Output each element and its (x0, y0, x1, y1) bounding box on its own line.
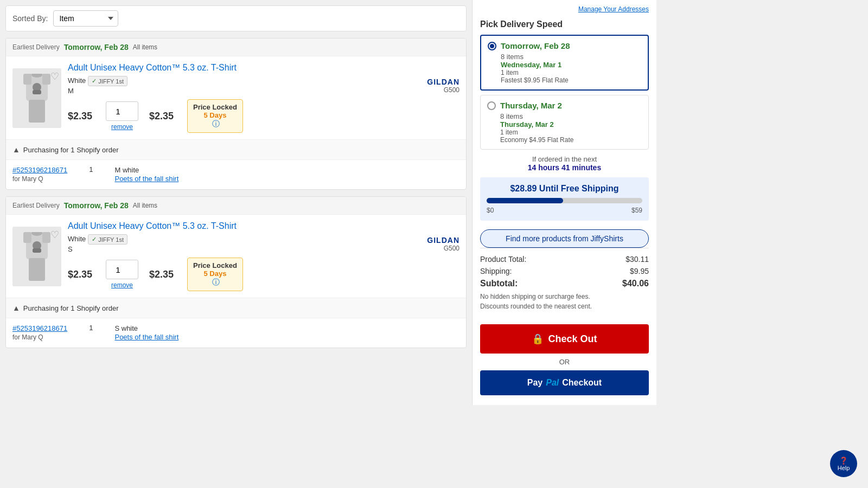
chevron-icon-2: ▲ (12, 304, 20, 312)
delivery-option-1[interactable]: Tomorrow, Feb 28 8 items Wednesday, Mar … (480, 35, 649, 91)
product-row-2: ♡ Adult Unisex Heavy Cotton™ 5.3 oz. T-S… (6, 215, 466, 298)
price-qty-row-1: $2.35 remove $2.35 Price Locked 5 Days ⓘ (68, 99, 459, 133)
product-meta-2: White ✓ JIFFY 1st S GILDAN G500 (68, 234, 459, 253)
price-locked-badge-2: Price Locked 5 Days ⓘ (187, 258, 243, 291)
color-size-1: White ✓ JIFFY 1st M (68, 76, 127, 95)
progress-track (487, 198, 642, 203)
unit-price-1: $2.35 (68, 111, 95, 122)
product-row-1: ♡ Adult Unisex Heavy Cotton™ 5.3 oz. T-S… (6, 56, 466, 139)
shipping-row: Shipping: $9.95 (480, 267, 649, 275)
product-meta-1: White ✓ JIFFY 1st M GILDAN G500 (68, 76, 459, 95)
product-name-1[interactable]: Adult Unisex Heavy Cotton™ 5.3 oz. T-Shi… (68, 63, 459, 73)
brand-area-2: GILDAN G500 (427, 236, 459, 252)
progress-fill (487, 198, 563, 203)
lock-icon: 🔒 (532, 333, 544, 345)
wishlist-button-1[interactable]: ♡ (50, 70, 59, 82)
free-shipping-bar: $28.89 Until Free Shipping $0 $59 (480, 177, 649, 221)
delivery-option-2[interactable]: Thursday, Mar 2 8 items Thursday, Mar 2 … (480, 95, 649, 150)
svg-rect-8 (23, 232, 31, 243)
sort-select[interactable]: Item Price Name (53, 10, 118, 27)
radio-option-1[interactable] (488, 42, 496, 50)
product-card-1: Earliest Delivery Tomorrow, Feb 28 All i… (5, 38, 467, 190)
shopify-row-1[interactable]: ▲ Purchasing for 1 Shopify order (6, 139, 466, 159)
color-size-2: White ✓ JIFFY 1st S (68, 234, 127, 253)
order-link-2[interactable]: #5253196218671 (12, 324, 67, 332)
totals-section: Product Total: $30.11 Shipping: $9.95 Su… (480, 248, 649, 318)
countdown-bar: If ordered in the next 14 hours 41 minut… (480, 155, 649, 172)
sidebar: Manage Your Addresses Pick Delivery Spee… (472, 0, 656, 405)
product-details-1: Adult Unisex Heavy Cotton™ 5.3 oz. T-Shi… (68, 63, 459, 133)
jiffy-badge-2: ✓ JIFFY 1st (88, 234, 127, 245)
remove-link-1[interactable]: remove (111, 123, 133, 131)
all-items-2: All items (133, 202, 157, 209)
earliest-delivery-bar-2: Earliest Delivery Tomorrow, Feb 28 All i… (6, 197, 466, 215)
price-qty-row-2: $2.35 remove $2.35 Price Locked 5 Days ⓘ (68, 258, 459, 291)
radio-option-2[interactable] (487, 101, 496, 110)
price-locked-info-2[interactable]: ⓘ (212, 278, 220, 287)
product-card-2: Earliest Delivery Tomorrow, Feb 28 All i… (5, 196, 467, 348)
total-price-1: $2.35 (149, 111, 176, 122)
subtotal-row: Subtotal: $40.06 (480, 279, 649, 288)
product-image-wrap-2: ♡ (12, 227, 61, 286)
svg-rect-3 (29, 100, 45, 123)
all-items-1: All items (133, 43, 157, 51)
or-divider: OR (480, 358, 649, 366)
svg-rect-6 (33, 90, 41, 94)
order-desc-1[interactable]: Poets of the fall shirt (114, 175, 178, 183)
earliest-label-1: Earliest Delivery (12, 43, 60, 51)
svg-rect-9 (42, 232, 50, 243)
earliest-delivery-bar-1: Earliest Delivery Tomorrow, Feb 28 All i… (6, 38, 466, 56)
total-price-2: $2.35 (149, 269, 176, 280)
pick-delivery-title: Pick Delivery Speed (480, 20, 649, 29)
order-desc-2[interactable]: Poets of the fall shirt (114, 333, 178, 341)
wishlist-button-2[interactable]: ♡ (50, 229, 59, 241)
unit-price-2: $2.35 (68, 269, 95, 280)
svg-rect-13 (33, 248, 41, 253)
order-link-1[interactable]: #5253196218671 (12, 166, 67, 174)
sort-bar: Sorted By: Item Price Name (5, 5, 467, 31)
earliest-label-2: Earliest Delivery (12, 202, 60, 209)
chevron-icon-1: ▲ (12, 145, 20, 154)
product-image-wrap-1: ♡ (12, 68, 61, 128)
svg-rect-10 (29, 258, 45, 281)
qty-box-1: remove (106, 101, 138, 131)
brand-area-1: GILDAN G500 (427, 78, 459, 94)
price-locked-badge-1: Price Locked 5 Days ⓘ (187, 99, 243, 133)
jiffy-badge-1: ✓ JIFFY 1st (88, 76, 127, 86)
remove-link-2[interactable]: remove (111, 281, 133, 289)
sort-label: Sorted By: (12, 14, 48, 23)
shopify-details-2: #5253196218671 for Mary Q 1 S white Poet… (6, 318, 466, 348)
free-shipping-text: $28.89 Until Free Shipping (487, 184, 642, 194)
delivery-date-2: Tomorrow, Feb 28 (64, 201, 129, 210)
no-hidden-fees: No hidden shipping or surcharge fees.Dis… (480, 292, 649, 311)
svg-rect-2 (42, 74, 50, 85)
delivery-date-1: Tomorrow, Feb 28 (64, 43, 129, 52)
shopify-details-1: #5253196218671 for Mary Q 1 M white Poet… (6, 159, 466, 189)
checkout-button[interactable]: 🔒 Check Out (480, 324, 649, 354)
product-name-2[interactable]: Adult Unisex Heavy Cotton™ 5.3 oz. T-Shi… (68, 221, 459, 231)
price-locked-info-1[interactable]: ⓘ (212, 119, 220, 129)
progress-labels: $0 $59 (487, 207, 642, 214)
qty-box-2: remove (106, 260, 138, 289)
product-total-row: Product Total: $30.11 (480, 255, 649, 264)
find-more-button[interactable]: Find more products from JiffyShirts (480, 229, 649, 248)
manage-addresses-link[interactable]: Manage Your Addresses (480, 5, 649, 13)
countdown-time: 14 hours 41 minutes (528, 163, 601, 172)
product-details-2: Adult Unisex Heavy Cotton™ 5.3 oz. T-Shi… (68, 221, 459, 291)
paypal-button[interactable]: PayPal Checkout (480, 370, 649, 395)
shopify-row-2[interactable]: ▲ Purchasing for 1 Shopify order (6, 298, 466, 318)
svg-rect-1 (23, 74, 31, 85)
qty-input-1[interactable] (106, 101, 138, 121)
qty-input-2[interactable] (106, 260, 138, 279)
